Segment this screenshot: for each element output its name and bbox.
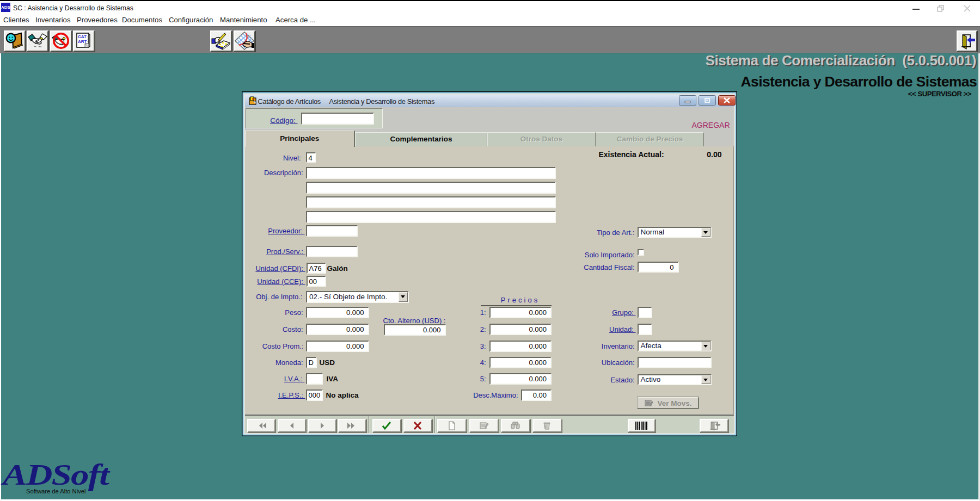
svg-text:CAT: CAT (78, 34, 87, 39)
